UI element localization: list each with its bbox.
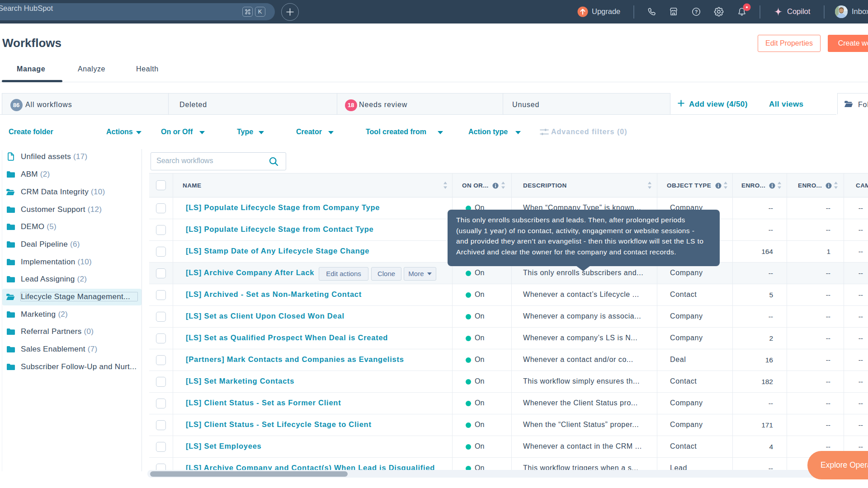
- svg-text:?: ?: [695, 9, 698, 14]
